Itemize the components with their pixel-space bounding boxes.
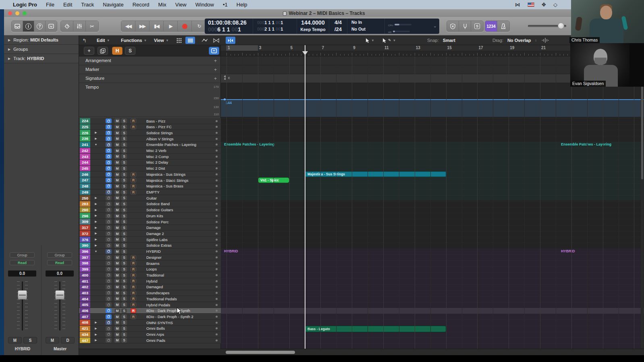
disclosure-right-icon[interactable]: ▶ xyxy=(93,225,98,230)
solo-button[interactable]: S xyxy=(121,196,127,200)
track-row-296[interactable]: 296▶MSDrum Kits xyxy=(79,213,221,219)
disclosure-right-icon[interactable]: ▶ xyxy=(93,326,98,331)
master-volume-slider[interactable] xyxy=(528,25,566,27)
mute-button[interactable]: M xyxy=(114,326,120,331)
solo-button[interactable]: S xyxy=(121,208,127,212)
inspector-track-header[interactable]: ▶Track:HYBRID xyxy=(4,54,79,63)
mute-button[interactable]: M xyxy=(114,148,120,153)
list-view-icon[interactable] xyxy=(185,37,195,44)
solo-button[interactable]: S xyxy=(121,302,127,307)
mute-button[interactable]: M xyxy=(114,172,120,177)
add-icon[interactable]: + xyxy=(214,76,217,81)
solo-button[interactable]: S xyxy=(121,154,127,159)
track-row-401[interactable]: 401MSRHybrid xyxy=(79,278,221,284)
command-click-tool-menu[interactable]: ✎▼ xyxy=(382,35,396,45)
lcd-midi-out[interactable]: No Out xyxy=(351,27,388,34)
midi-region[interactable]: Vn1 - Spicc xyxy=(258,177,289,183)
solo-button[interactable]: S xyxy=(121,131,127,135)
flex-icon[interactable] xyxy=(211,37,221,44)
automation-icon[interactable] xyxy=(200,37,210,44)
automation-mode-button[interactable]: Read xyxy=(47,260,72,265)
track-row-244[interactable]: 244MSMisc 2 Delay xyxy=(79,160,221,166)
mute-button[interactable]: M xyxy=(114,273,120,278)
metronome-button[interactable] xyxy=(497,21,509,31)
lcd-time-signature[interactable]: 4/4 xyxy=(329,19,347,27)
track-solo-button[interactable]: S xyxy=(125,47,135,55)
mute-button[interactable]: M xyxy=(114,190,120,195)
disclosure-right-icon[interactable]: ▶ xyxy=(93,136,98,141)
volume-value[interactable]: 0.0 xyxy=(8,270,36,277)
global-track-marker[interactable]: Marker+ xyxy=(79,65,221,74)
disclosure-right-icon[interactable]: ▶ xyxy=(93,213,98,218)
menu-item-edit[interactable]: Edit xyxy=(63,2,72,8)
back-button[interactable]: ↰ xyxy=(82,35,87,45)
solo-button[interactable]: S xyxy=(121,261,127,266)
track-row-403[interactable]: 403MSRSoundscapes xyxy=(79,290,221,296)
disclosure-triangle-icon[interactable]: ▶ xyxy=(8,57,10,60)
menu-item-window[interactable]: Window xyxy=(195,2,214,8)
mute-button[interactable]: M xyxy=(114,219,120,224)
track-row-317[interactable]: 317▶MSDamage xyxy=(79,225,221,231)
record-enable-button[interactable]: R xyxy=(131,125,136,129)
record-enable-button[interactable]: R xyxy=(131,308,136,313)
record-button[interactable] xyxy=(178,21,192,31)
mute-button[interactable]: M xyxy=(114,332,120,337)
track-row-397[interactable]: 397MSRDesigner xyxy=(79,254,221,260)
mute-button[interactable]: M xyxy=(114,225,120,230)
solo-button[interactable]: S xyxy=(121,285,127,289)
mixer-button[interactable] xyxy=(73,21,86,31)
track-row-402[interactable]: 402MSRDamaged xyxy=(79,284,221,290)
solo-button[interactable]: S xyxy=(121,142,127,147)
track-on-off-button[interactable] xyxy=(106,314,112,319)
track-row-399[interactable]: 399MSRLoops xyxy=(79,266,221,273)
mute-button[interactable]: M xyxy=(114,255,120,260)
lcd-midi-in[interactable]: No In xyxy=(351,20,388,27)
record-enable-button[interactable]: R xyxy=(131,273,136,278)
solo-button[interactable]: S xyxy=(121,332,127,337)
solo-button[interactable]: S xyxy=(121,184,127,189)
track-on-off-button[interactable] xyxy=(106,273,112,278)
track-on-off-button[interactable] xyxy=(106,326,112,331)
edit-menu[interactable]: Edit▼ xyxy=(97,35,110,45)
disclosure-right-icon[interactable]: ▶ xyxy=(93,338,98,343)
record-enable-button[interactable]: R xyxy=(131,279,136,283)
lcd-tempo-mode[interactable]: Keep Tempo xyxy=(297,27,329,34)
track-on-off-button[interactable] xyxy=(106,231,112,236)
track-row-224[interactable]: 224MSRBass - Pizz xyxy=(79,118,221,124)
move-icon[interactable]: ✥ xyxy=(542,2,546,8)
track-row-247[interactable]: 247MSRMajestica - Stacc Strings xyxy=(79,177,221,183)
track-on-off-button[interactable] xyxy=(106,225,112,230)
track-row-407[interactable]: 407MSR8Dio - Dark Proph - Synth 2 xyxy=(79,314,221,320)
mute-button[interactable]: M xyxy=(114,291,120,295)
mute-button[interactable]: M xyxy=(114,338,120,343)
solo-button[interactable]: S xyxy=(121,136,127,141)
track-row-434[interactable]: 434▶MSOmni Arps xyxy=(79,332,221,338)
track-row-390[interactable]: 390▶MSSolstice Extras xyxy=(79,243,221,249)
mute-button[interactable]: M xyxy=(114,208,120,212)
tempo-point[interactable] xyxy=(224,98,226,100)
horizontal-scrollbar-thumb[interactable] xyxy=(226,351,295,354)
disclosure-triangle-icon[interactable]: ▶ xyxy=(8,48,10,51)
track-row-283[interactable]: 283▶MSSolstice Band xyxy=(79,201,221,207)
mute-button[interactable]: M xyxy=(114,249,120,254)
track-on-off-button[interactable] xyxy=(106,308,112,313)
keyboard-maestro-icon[interactable]: ⋈ xyxy=(515,2,520,8)
solo-button[interactable]: S xyxy=(121,148,127,153)
waveform-zoom-icon[interactable] xyxy=(542,35,549,45)
solo-button[interactable]: S xyxy=(121,320,127,325)
solo-button[interactable]: S xyxy=(121,326,127,331)
solo-button[interactable]: S xyxy=(121,225,127,230)
solo-button[interactable]: S xyxy=(121,172,127,177)
automation-mode-button[interactable]: Read xyxy=(10,260,35,265)
solo-button[interactable]: S xyxy=(121,237,127,242)
track-on-off-button[interactable] xyxy=(106,125,112,129)
solo-button[interactable]: S xyxy=(121,291,127,295)
toolbar-button[interactable] xyxy=(46,21,57,31)
disclosure-right-icon[interactable]: ▶ xyxy=(93,332,98,337)
track-row-408[interactable]: 408▶MSOMNI SYNTHS xyxy=(79,320,221,326)
solo-button[interactable]: S xyxy=(121,125,127,129)
track-row-225[interactable]: 225MSRBass - Pizz FC xyxy=(79,124,221,130)
solo-button[interactable]: S xyxy=(121,214,127,218)
master-mute-button[interactable] xyxy=(447,21,459,31)
forward-button[interactable]: ▶▶ xyxy=(135,21,150,31)
